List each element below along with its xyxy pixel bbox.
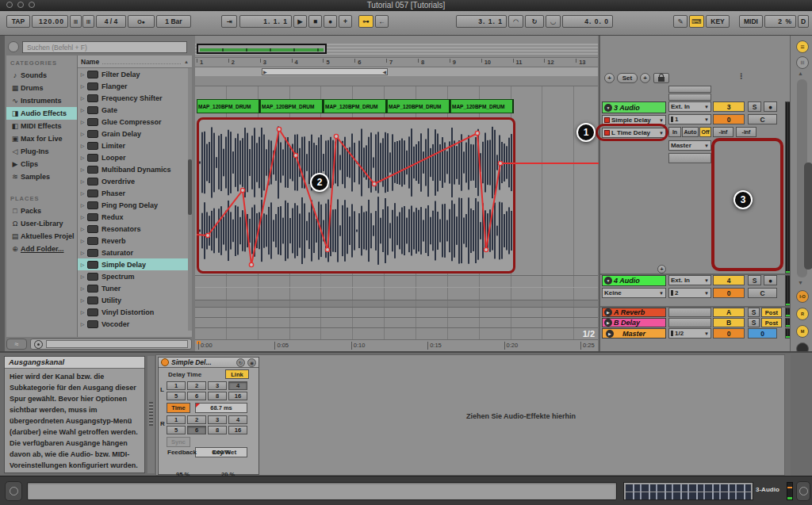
highlighted-waveform-region[interactable]	[197, 117, 515, 274]
punch-out-icon[interactable]: ◡	[546, 15, 561, 28]
draw-mode-button[interactable]: ⊶	[358, 15, 373, 28]
device-list-item[interactable]: ▷Vocoder	[78, 318, 192, 330]
disclosure-triangle-icon[interactable]: ▷	[78, 226, 87, 231]
track4-arm-button[interactable]: ●	[764, 275, 777, 285]
device-list-item[interactable]: ▷Tuner	[78, 282, 192, 294]
set-locator-button[interactable]: Set	[617, 73, 638, 83]
disclosure-triangle-icon[interactable]: ▷	[78, 285, 87, 291]
right-beat-16-button[interactable]: 16	[228, 426, 247, 434]
arrangement-clip[interactable]: MAP_120BPM_DRUM	[387, 99, 450, 113]
beat-time-ruler[interactable]: 12345678910111213	[195, 57, 598, 67]
device-list-item[interactable]: ▷Gate	[78, 104, 192, 116]
right-beat-2-button[interactable]: 2	[187, 415, 206, 424]
right-beat-3-button[interactable]: 3	[208, 415, 227, 424]
device-list-item[interactable]: ▷Vinyl Distortion	[78, 306, 192, 318]
preview-bar[interactable]	[30, 339, 192, 350]
time-signature-field[interactable]: 4 / 4	[96, 15, 126, 28]
disclosure-triangle-icon[interactable]: ▷	[78, 214, 87, 220]
arrangement-clip[interactable]: MAP_120BPM_DRUM	[450, 99, 514, 113]
overdub-button[interactable]: +	[339, 15, 352, 28]
browser-preview-button[interactable]	[8, 41, 19, 52]
disclosure-triangle-icon[interactable]: ▷	[78, 190, 87, 196]
return-b-lane[interactable]	[195, 317, 598, 327]
clip-waveform-thumbnail[interactable]	[623, 482, 753, 500]
track3-header[interactable]: ▼ 3 Audio	[602, 101, 666, 113]
track3-number-button[interactable]: 3	[713, 101, 745, 112]
record-button[interactable]: ●	[324, 15, 337, 28]
sidebar-item-instruments[interactable]: ∿Instruments	[6, 94, 77, 107]
rail-toggle-r[interactable]: R	[796, 308, 809, 320]
sidebar-item-sounds[interactable]: ♪Sounds	[6, 69, 77, 82]
list-scrollbar[interactable]	[188, 68, 192, 331]
disclosure-triangle-icon[interactable]: ▷	[78, 166, 87, 172]
device-drop-zone[interactable]: Ziehen Sie Audio-Effekte hierhin	[261, 357, 781, 475]
preview-scrub-strip[interactable]	[46, 340, 188, 348]
sidebar-item-samples[interactable]: ≋Samples	[6, 170, 77, 183]
return-b-post-button[interactable]: Post	[761, 318, 782, 327]
prev-locator-icon[interactable]: +	[604, 73, 615, 83]
track3-volume-field[interactable]: 0	[713, 114, 745, 124]
disclosure-triangle-icon[interactable]: ▷	[78, 321, 87, 327]
minute-time-ruler[interactable]: 0:000:050:100:150:200:25	[195, 339, 598, 351]
left-beat-5-button[interactable]: 5	[167, 392, 186, 400]
device-list-item[interactable]: ▷Filter Delay	[78, 68, 192, 80]
track4-volume-field[interactable]: 0	[713, 288, 745, 298]
tempo-automation-box-2[interactable]	[668, 94, 711, 101]
arrangement-overview[interactable]	[195, 44, 598, 55]
loop-length-field[interactable]: 4. 0. 0	[562, 15, 613, 28]
disclosure-triangle-icon[interactable]: ▷	[78, 83, 87, 89]
device-list-item[interactable]: ▷Overdrive	[78, 175, 192, 187]
track4-solo-button[interactable]: S	[748, 275, 761, 285]
disclosure-triangle-icon[interactable]: ▷	[78, 309, 87, 315]
return-a-post-button[interactable]: Post	[761, 308, 782, 317]
back-to-arrangement-button[interactable]: ←	[375, 15, 389, 28]
track3-output-bus[interactable]: Master▼	[668, 140, 711, 151]
arrangement-clip[interactable]: MAP_120BPM_DRUM	[260, 99, 324, 113]
master-header[interactable]: ▶ Master	[602, 328, 666, 339]
monitor-in-button[interactable]: In	[668, 127, 681, 137]
scroll-up-icon[interactable]: ▲	[798, 71, 803, 76]
unfold-icon[interactable]: ▶	[606, 330, 614, 338]
status-right-button[interactable]	[796, 481, 810, 501]
device-list-item[interactable]: ▷Reverb	[78, 235, 192, 247]
track4-output-type-chooser[interactable]: Keine▼	[602, 288, 666, 298]
next-locator-icon[interactable]: +	[640, 73, 650, 83]
disclosure-triangle-icon[interactable]: ▷	[78, 178, 87, 184]
master-lane[interactable]: 1/2	[195, 327, 598, 339]
nudge-up-icon[interactable]: |||	[82, 15, 94, 28]
unfold-icon[interactable]: ▶	[604, 308, 612, 316]
loop-start-field[interactable]: 3. 1. 1	[456, 15, 507, 28]
sidebar-item-plug-ins[interactable]: ◁Plug-Ins	[6, 145, 77, 158]
mixer-scrollbar[interactable]	[797, 79, 807, 277]
pencil-icon[interactable]: ✎	[673, 15, 688, 28]
left-beat-8-button[interactable]: 8	[208, 392, 227, 400]
track4-input-type[interactable]: Ext. In▼	[668, 275, 711, 285]
loop-start-handle[interactable]: ▶	[263, 69, 267, 75]
track3-arm-button[interactable]: ●	[764, 101, 777, 112]
scroll-down-icon[interactable]: ▼	[798, 280, 803, 285]
quantization-menu[interactable]: 1 Bar	[156, 15, 191, 28]
monitor-off-button[interactable]: Off	[699, 127, 711, 137]
fold-icon[interactable]: ▼	[604, 277, 612, 285]
nudge-down-icon[interactable]: |||	[70, 15, 82, 28]
disclosure-triangle-icon[interactable]: ▷	[78, 274, 87, 279]
groove-amount-button[interactable]: O●	[128, 15, 155, 28]
return-b-solo-button[interactable]: S	[748, 318, 760, 327]
disclosure-triangle-icon[interactable]: ▷	[78, 95, 87, 101]
lock-envelopes-button[interactable]	[653, 73, 669, 83]
device-titlebar[interactable]: Simple Del... ↻ ◉	[159, 358, 259, 368]
left-beat-2-button[interactable]: 2	[187, 381, 206, 390]
rail-toggle-i-o[interactable]: I-O	[796, 290, 809, 303]
device-list-item[interactable]: ▷Frequency Shifter	[78, 92, 192, 104]
session-view-toggle-icon[interactable]: ≡	[796, 40, 809, 53]
device-list-item[interactable]: ▷Phaser	[78, 187, 192, 199]
return-b-header[interactable]: ▶ B Delay	[602, 318, 666, 327]
disclosure-triangle-icon[interactable]: ▷	[78, 202, 87, 208]
sync-mode-button[interactable]: Sync	[167, 437, 190, 447]
sidebar-item-drums[interactable]: ▦Drums	[6, 82, 77, 94]
device-list-item[interactable]: ▷Looper	[78, 151, 192, 163]
master-cue-out-chooser[interactable]: 1/2▼	[668, 328, 711, 339]
disclosure-triangle-icon[interactable]: ▷	[78, 155, 87, 160]
sidebar-item-midi-effects[interactable]: ◧MIDI Effects	[6, 120, 77, 132]
monitor-auto-button[interactable]: Auto	[682, 127, 699, 137]
